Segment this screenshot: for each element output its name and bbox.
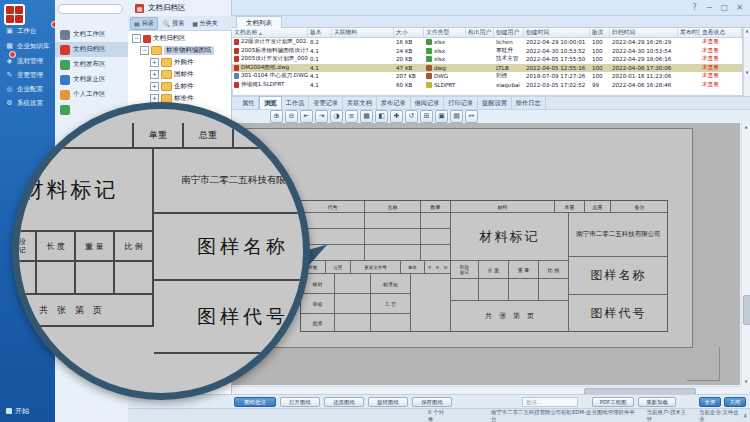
tab-print-records[interactable]: 打印记录 [444,97,478,109]
workbench-icon: ▣ [5,27,14,36]
col-header[interactable]: 关联物料 [332,28,394,37]
reload-button[interactable]: 重新加载 [638,397,676,407]
mag-dim-length: 长 度 [37,232,76,262]
tab-reminder-settings[interactable]: 提醒设置 [478,97,512,109]
table-row[interactable]: 2005设计开发计划表_000001… 0.1 20 KB xlsx 技术主管 … [232,55,742,64]
craft-cell: 工 艺 [371,294,411,314]
tab-workflow[interactable]: 工作流 [282,97,310,109]
sidebar-item-process[interactable]: ◈ 流程管理 [0,54,55,68]
table-row[interactable]: 301-0104 中心底刀.DWG 4.1 207 KB DWG 刘强 2018… [232,72,742,81]
col-header[interactable]: 查看状态 [700,28,742,37]
tab-browse[interactable]: 浏览 [259,96,281,109]
layers-icon[interactable]: ≡ [345,110,358,123]
minimize-button[interactable]: ─ [703,2,716,13]
workspace-search-input[interactable] [58,4,123,14]
workspace-item-workzone[interactable]: 文档工作区 [55,27,128,42]
brightness-icon[interactable]: ◑ [330,110,343,123]
compare-icon[interactable]: ◧ [375,110,388,123]
fit-width-icon[interactable]: ↔ [465,110,478,123]
workspace-item-archive[interactable]: 文档归档区 [55,42,128,57]
tab-borrow-records[interactable]: 借阅记录 [411,97,445,109]
tree-node-child[interactable]: + 企标件 [150,82,194,91]
tree-node-child[interactable]: + 国标件 [150,70,194,79]
tab-doc-list[interactable]: 文档列表 [236,16,282,28]
pdf-drawing-button[interactable]: PDF工程图 [592,397,634,407]
zoom-prev-icon[interactable]: ⇤ [300,110,313,123]
col-header[interactable]: 归档时间 [610,28,678,37]
table-row-selected[interactable]: DM2004图纸.dwg 4.1 47 KB dwg LTLB 2022-04-… [232,64,742,73]
workspace-item-obsolete[interactable]: 文档废止区 [55,72,128,87]
view-status: 未查看 [700,72,742,80]
bom-col-name: 名称 [365,201,421,213]
col-header[interactable]: 创建时间 [524,28,590,37]
sidebar-item-workbench[interactable]: ▣ 工作台 [0,24,55,38]
expand-icon[interactable]: + [150,70,159,79]
viewer-vscrollbar[interactable]: ▲ ▼ [741,123,750,385]
workspace-item-publish[interactable]: 文档发布区 [55,57,128,72]
tree-node-root[interactable]: − 文档归档区 [132,34,186,43]
col-header[interactable]: 版次 [590,28,610,37]
help-button[interactable]: ? [688,2,701,13]
tab-category[interactable]: ▦分类夹 [189,18,221,29]
grid-icon[interactable]: ▤ [450,110,463,123]
scroll-thumb[interactable] [743,295,750,325]
collapse-icon[interactable]: − [140,46,149,55]
col-header[interactable]: 版本 [308,28,332,37]
preview-icon[interactable]: ▣ [435,110,448,123]
fullscreen-button[interactable]: 全屏 [699,397,721,407]
collapse-icon[interactable]: − [132,34,141,43]
table-row[interactable]: 2005标准物料编图纸设计开发… 4.1 24 KB xlsx 覃桂升 2022… [232,47,742,56]
filetype-icon [426,82,432,88]
maximize-button[interactable]: ▢ [718,2,731,13]
material-mark: 材料标记 [451,213,569,261]
col-header[interactable]: 文件类型 [424,28,466,37]
close-viewer-button[interactable]: 关闭 [724,397,746,407]
close-button[interactable]: ✕ [733,2,746,13]
tab-catalog[interactable]: ▤目录 [130,17,158,30]
zoom-next-icon[interactable]: ⇥ [315,110,328,123]
current-user: 当前用户:技术主管 [647,409,692,422]
table-scrollbar[interactable]: ▲▼ [743,28,750,96]
col-header[interactable]: 检出用户 [466,28,494,37]
primary-tab-archive[interactable]: ▦ 文档归档区 [128,0,232,16]
col-header[interactable]: 创建用户 [494,28,524,37]
zoom-out-icon[interactable]: ⊖ [285,110,298,123]
tab-publish-records[interactable]: 发布记录 [377,97,411,109]
start-button[interactable]: 开始 [0,404,55,418]
col-header[interactable]: 文档名称 ▵ [232,28,308,37]
workspace-item-label: 文档废止区 [73,75,106,84]
table-row[interactable]: 22级设计开发计划表_002.xlsx 8.2 16 KB xlsx liche… [232,38,742,47]
magnifier-circle: 材料 单重 总重 备注 材料标记 南宁市二零二五科技有限公司 图样名称 图样代号… [12,102,310,400]
tab-related-docs[interactable]: 关联文档 [343,97,377,109]
rotate-drawing-button[interactable]: 旋转图纸 [368,397,408,407]
tab-change-records[interactable]: 变更记录 [309,97,343,109]
zoom-in-icon[interactable]: ⊕ [270,110,283,123]
expand-icon[interactable]: + [150,82,159,91]
expand-icon[interactable]: + [150,58,159,67]
open-drawing-button[interactable]: 打开图纸 [280,397,320,407]
save-drawing-button[interactable]: 保存图纸 [412,397,452,407]
workspace-item-personal[interactable]: 个人工作区 [55,87,128,102]
tab-properties[interactable]: 属性 [238,97,259,109]
col-header[interactable]: 大小 [394,28,424,37]
sidebar-item-config[interactable]: ◎ 企业配置 [0,82,55,96]
tree-node-selected[interactable]: − 标准物料编图纸 [140,46,214,55]
tab-operation-log[interactable]: 操作日志 [512,97,546,109]
annotation-input[interactable]: 批注... [522,397,578,407]
rotate-icon[interactable]: ↺ [405,110,418,123]
viewer-hscrollbar[interactable] [232,386,741,394]
sidebar-item-knowledge[interactable]: ▦ 企业知识库 [0,39,55,53]
zoom-window-icon[interactable]: ⊞ [420,110,433,123]
dim-weight: 重 量 [509,261,539,279]
move-icon[interactable]: ✚ [390,110,403,123]
image-icon[interactable]: ▦ [360,110,373,123]
annotate-button[interactable]: 图纸批注 [234,397,276,407]
col-header[interactable]: 发布时间 [678,28,700,37]
restore-drawing-button[interactable]: 还原图纸 [324,397,364,407]
tab-search[interactable]: 🔍搜索 [160,18,188,29]
view-status: 未查看 [700,38,742,46]
sidebar-item-change[interactable]: ✎ 变更管理 [0,68,55,82]
sidebar-item-settings[interactable]: ⚙ 系统设置 [0,96,55,110]
tree-node-child[interactable]: + 外购件 [150,58,194,67]
table-row[interactable]: 伸缩绳1.SLDPRT 4.1 60 KB SLDPRT xiaqubai 20… [232,81,742,90]
